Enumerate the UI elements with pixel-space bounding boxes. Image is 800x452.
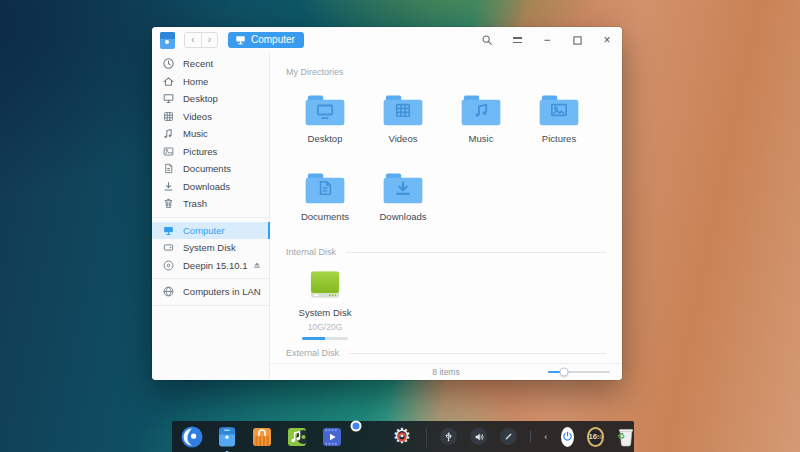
- music-note-icon: [162, 127, 175, 140]
- dock-shutdown-button[interactable]: [561, 427, 574, 447]
- network-globe-icon: [162, 285, 175, 298]
- sidebar-item-system-disk[interactable]: System Disk: [152, 239, 269, 257]
- close-button[interactable]: ×: [600, 33, 614, 47]
- system-disk-icon: [310, 270, 340, 299]
- folder-downloads[interactable]: Downloads: [364, 170, 442, 222]
- sidebar-separator: [152, 305, 269, 306]
- breadcrumb-label: Computer: [251, 34, 295, 45]
- folder-icon: [381, 92, 425, 128]
- sidebar-item-computers-in-lan[interactable]: Computers in LAN: [152, 283, 269, 301]
- system-disk-item[interactable]: System Disk 10G/20G: [286, 270, 364, 340]
- dock-launcher[interactable]: [181, 426, 203, 448]
- file-manager-icon: [216, 426, 238, 448]
- section-my-directories: My Directories: [286, 67, 606, 77]
- section-title: Internal Disk: [286, 247, 336, 257]
- sidebar-label: Trash: [183, 198, 207, 209]
- tray-volume[interactable]: [470, 428, 487, 445]
- slider-track: [548, 371, 610, 373]
- content-area: My Directories Desktop: [270, 53, 622, 380]
- sidebar-item-pictures[interactable]: Pictures: [152, 143, 269, 161]
- dock-chrome-browser[interactable]: [356, 426, 378, 448]
- forward-button[interactable]: ›: [201, 33, 217, 47]
- maximize-button[interactable]: [570, 33, 584, 47]
- search-icon[interactable]: [480, 33, 494, 47]
- sidebar-item-recent[interactable]: Recent: [152, 55, 269, 73]
- icon-size-slider[interactable]: [548, 366, 610, 378]
- dock-control-center[interactable]: ⚙: [391, 426, 413, 448]
- folder-label: Pictures: [542, 133, 576, 144]
- folder-label: Videos: [389, 133, 418, 144]
- sidebar-separator: [152, 278, 269, 279]
- tray-pen-input[interactable]: [500, 428, 517, 445]
- home-icon: [162, 75, 175, 88]
- folder-music[interactable]: Music: [442, 92, 520, 144]
- clock-minute: 59: [597, 431, 602, 445]
- folder-label: Documents: [301, 211, 349, 222]
- folder-icon: [381, 170, 425, 206]
- folder-pictures[interactable]: Pictures: [520, 92, 598, 144]
- monitor-icon: [162, 92, 175, 105]
- sidebar-item-trash[interactable]: Trash: [152, 195, 269, 213]
- breadcrumb-tab-computer[interactable]: Computer: [228, 32, 304, 48]
- sidebar-item-desktop[interactable]: Desktop: [152, 90, 269, 108]
- clock-icon: [162, 57, 175, 70]
- film-icon: [162, 110, 175, 123]
- folder-icon: [459, 92, 503, 128]
- eject-icon[interactable]: [253, 261, 261, 269]
- dock-app-store[interactable]: [251, 426, 273, 448]
- sidebar-label: Desktop: [183, 93, 218, 104]
- back-button[interactable]: ‹: [185, 33, 201, 47]
- picture-icon: [162, 145, 175, 158]
- sidebar-label: Computer: [183, 225, 225, 236]
- sidebar-label: Pictures: [183, 146, 217, 157]
- sidebar-item-documents[interactable]: Documents: [152, 160, 269, 178]
- folder-documents[interactable]: Documents: [286, 170, 364, 222]
- computer-icon: [162, 224, 175, 237]
- app-store-icon: [251, 426, 273, 448]
- sidebar-item-videos[interactable]: Videos: [152, 108, 269, 126]
- folder-icon: [537, 92, 581, 128]
- sidebar-item-home[interactable]: Home: [152, 73, 269, 91]
- tray-usb-device[interactable]: [440, 428, 457, 445]
- tray-collapse-chevron[interactable]: ‹: [544, 432, 548, 442]
- section-internal-disk: Internal Disk: [286, 247, 606, 257]
- folder-videos[interactable]: Videos: [364, 92, 442, 144]
- tray-separator: [530, 431, 531, 442]
- gear-icon: ⚙: [393, 426, 412, 447]
- monitor-icon: [235, 35, 246, 45]
- dock-file-manager[interactable]: [216, 426, 238, 448]
- dock-clock[interactable]: 1659: [587, 427, 604, 447]
- sidebar-item-downloads[interactable]: Downloads: [152, 178, 269, 196]
- file-manager-app-icon: [160, 32, 175, 49]
- titlebar-menu-icon[interactable]: [510, 33, 524, 47]
- hard-disk-icon: [162, 241, 175, 254]
- sidebar-label: Downloads: [183, 181, 230, 192]
- section-rule: [346, 252, 606, 253]
- dock: ⚙ ‹: [172, 421, 634, 452]
- sidebar-label: Computers in LAN: [183, 286, 261, 297]
- dock-movie-player[interactable]: [321, 426, 343, 448]
- desktop-wallpaper: ‹ › Computer −: [0, 0, 800, 452]
- dock-separator: [426, 427, 427, 447]
- minimize-button[interactable]: −: [540, 33, 554, 47]
- music-player-icon: [286, 426, 308, 448]
- slider-handle[interactable]: [559, 368, 568, 377]
- disk-usage-bar: [302, 337, 348, 340]
- trash-icon: [162, 197, 175, 210]
- folder-grid-row-1: Desktop Videos: [286, 92, 606, 144]
- sidebar-item-music[interactable]: Music: [152, 125, 269, 143]
- statusbar: 8 items: [270, 363, 622, 380]
- section-title: External Disk: [286, 348, 339, 358]
- folder-icon: [303, 92, 347, 128]
- folder-label: Desktop: [308, 133, 343, 144]
- power-icon: [561, 430, 574, 443]
- optical-disc-icon: [162, 259, 175, 272]
- section-external-disk: External Disk: [286, 348, 606, 358]
- sidebar-item-computer[interactable]: Computer: [152, 222, 269, 240]
- folder-desktop[interactable]: Desktop: [286, 92, 364, 144]
- recycle-icon: ♻: [617, 432, 625, 441]
- sidebar-item-deepin-image[interactable]: Deepin 15.10.1: [152, 257, 269, 275]
- dock-trash[interactable]: ♻: [617, 427, 625, 447]
- dock-music-player[interactable]: [286, 426, 308, 448]
- pen-icon: [503, 431, 514, 442]
